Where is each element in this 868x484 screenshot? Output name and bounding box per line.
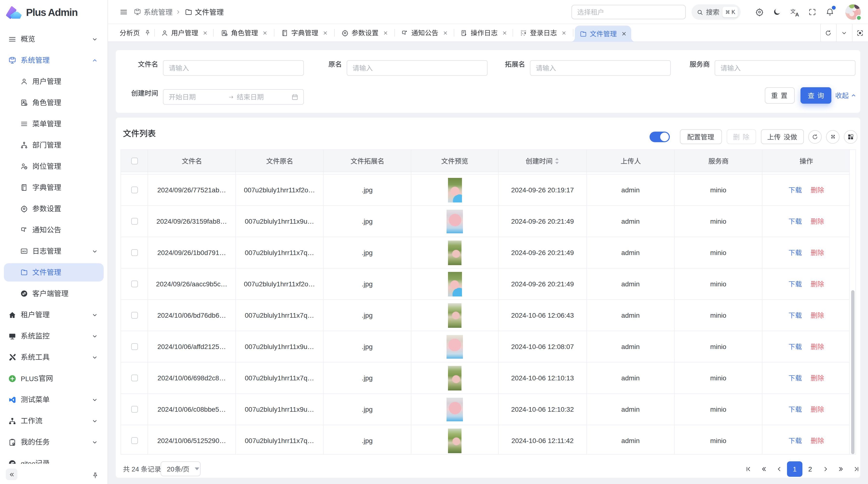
svg-text:DEV: DEV	[22, 251, 26, 253]
